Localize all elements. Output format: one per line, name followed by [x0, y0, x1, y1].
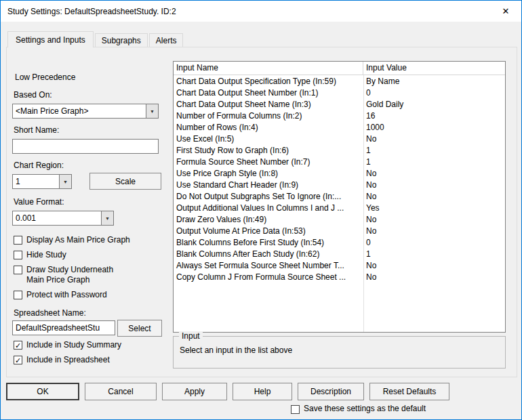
checkbox-box[interactable] [14, 356, 22, 364]
input-value-cell[interactable]: No [363, 272, 505, 282]
checkbox-row[interactable]: Draw Study Underneath Main Price Graph [14, 265, 159, 285]
checkbox-row[interactable]: Include in Study Summary [14, 340, 159, 350]
input-groupbox-title: Input [179, 331, 203, 341]
input-value-cell[interactable]: Yes [363, 203, 505, 213]
table-row[interactable]: Chart Data Output Sheet Name (In:3)Gold … [174, 98, 505, 110]
tab-subgraphs[interactable]: Subgraphs [95, 33, 148, 47]
input-value-cell[interactable]: No [363, 192, 505, 201]
apply-button[interactable]: Apply [162, 383, 227, 400]
cancel-button[interactable]: Cancel [85, 383, 157, 400]
input-value-cell[interactable]: 16 [363, 111, 505, 121]
input-value-cell[interactable]: 1 [363, 157, 505, 167]
window-title: Study Settings: DefaultSpreadsheetStudy.… [7, 7, 176, 16]
table-row[interactable]: Formula Source Sheet Number (In:7)1 [174, 156, 505, 167]
input-name-cell[interactable]: Chart Data Output Sheet Name (In:3) [174, 100, 363, 109]
table-row[interactable]: Blank Columns After Each Study (In:62)1 [174, 248, 505, 259]
input-name-cell[interactable]: Chart Data Output Sheet Number (In:1) [174, 88, 363, 98]
input-name-cell[interactable]: Blank Columns After Each Study (In:62) [174, 249, 363, 259]
column-header-input-name[interactable]: Input Name [174, 62, 363, 75]
input-value-cell[interactable]: 0 [363, 88, 505, 98]
input-name-cell[interactable]: Use Price Graph Style (In:8) [174, 169, 363, 178]
save-default-checkbox[interactable] [291, 405, 300, 414]
table-row[interactable]: Use Price Graph Style (In:8)No [174, 167, 505, 179]
input-name-cell[interactable]: Draw Zero Values (In:49) [174, 215, 363, 224]
checkbox-row[interactable]: Hide Study [14, 250, 159, 260]
input-value-cell[interactable]: No [363, 169, 505, 178]
checkbox-box[interactable] [14, 341, 22, 350]
chevron-down-icon[interactable]: ▼ [59, 175, 71, 188]
table-row[interactable]: Output Additional Values In Columns I an… [174, 202, 505, 213]
table-row[interactable]: Chart Data Output Specification Type (In… [174, 75, 505, 87]
input-name-cell[interactable]: Use Excel (In:5) [174, 134, 363, 144]
input-value-cell[interactable]: Gold Daily [363, 100, 505, 109]
checkbox-row[interactable]: Protect with Password [14, 290, 159, 300]
input-name-cell[interactable]: Copy Column J From Formula Source Sheet … [174, 272, 363, 282]
input-value-cell[interactable]: 1 [363, 249, 505, 259]
checkbox-box[interactable] [14, 291, 22, 299]
checkbox-box[interactable] [14, 251, 22, 259]
input-groupbox-message: Select an input in the list above [174, 337, 505, 355]
include-checkbox-group: Include in Study SummaryInclude in Sprea… [14, 340, 159, 370]
chart-region-label: Chart Region: [14, 161, 64, 170]
input-name-cell[interactable]: Do Not Output Subgraphs Set To Ignore (I… [174, 192, 363, 201]
help-button[interactable]: Help [233, 383, 292, 400]
input-name-cell[interactable]: Formula Source Sheet Number (In:7) [174, 157, 363, 167]
chart-region-dropdown[interactable]: 1 ▼ [12, 174, 72, 189]
input-name-cell[interactable]: Blank Columns Before First Study (In:54) [174, 238, 363, 247]
input-name-cell[interactable]: Use Standard Chart Header (In:9) [174, 180, 363, 190]
checkbox-row[interactable]: Display As Main Price Graph [14, 235, 159, 245]
input-value-cell[interactable]: No [363, 226, 505, 236]
inputs-table-header: Input Name Input Value [174, 62, 505, 75]
value-format-value: 0.001 [13, 213, 101, 223]
table-row[interactable]: First Study Row to Graph (In:6)1 [174, 144, 505, 156]
input-value-cell[interactable]: 1000 [363, 123, 505, 132]
input-value-cell[interactable]: By Name [363, 77, 505, 86]
checkbox-box[interactable] [14, 266, 22, 274]
input-name-cell[interactable]: Output Additional Values In Columns I an… [174, 203, 363, 213]
input-value-cell[interactable]: No [363, 215, 505, 224]
description-button[interactable]: Description [298, 383, 364, 400]
checkbox-row[interactable]: Include in Spreadsheet [14, 355, 159, 365]
select-button[interactable]: Select [117, 320, 162, 337]
input-name-cell[interactable]: First Study Row to Graph (In:6) [174, 146, 363, 155]
table-row[interactable]: Output Volume At Price Data (In:53)No [174, 225, 505, 236]
input-name-cell[interactable]: Number of Rows (In:4) [174, 123, 363, 132]
chevron-down-icon[interactable]: ▼ [101, 211, 113, 225]
reset-defaults-button[interactable]: Reset Defaults [369, 383, 449, 400]
checkbox-label: Hide Study [26, 250, 66, 260]
input-groupbox: Input Select an input in the list above [173, 336, 506, 369]
input-name-cell[interactable]: Always Set Formula Source Sheet Number T… [174, 261, 363, 270]
input-value-cell[interactable]: No [363, 261, 505, 270]
table-row[interactable]: Blank Columns Before First Study (In:54)… [174, 236, 505, 248]
tab-settings-and-inputs[interactable]: Settings and Inputs [7, 31, 94, 47]
table-row[interactable]: Use Standard Chart Header (In:9)No [174, 179, 505, 190]
column-header-input-value[interactable]: Input Value [363, 62, 505, 75]
input-name-cell[interactable]: Chart Data Output Specification Type (In… [174, 77, 363, 86]
input-value-cell[interactable]: No [363, 134, 505, 144]
table-row[interactable]: Use Excel (In:5)No [174, 133, 505, 144]
value-format-dropdown[interactable]: 0.001 ▼ [12, 211, 114, 226]
table-row[interactable]: Copy Column J From Formula Source Sheet … [174, 271, 505, 282]
short-name-input[interactable] [12, 139, 159, 154]
scale-button[interactable]: Scale [89, 173, 161, 190]
checkbox-box[interactable] [14, 236, 22, 245]
tab-alerts[interactable]: Alerts [149, 33, 184, 47]
input-name-cell[interactable]: Number of Formula Columns (In:2) [174, 111, 363, 121]
input-name-cell[interactable]: Output Volume At Price Data (In:53) [174, 226, 363, 236]
table-row[interactable]: Always Set Formula Source Sheet Number T… [174, 259, 505, 271]
based-on-dropdown[interactable]: <Main Price Graph> ▼ [12, 104, 159, 119]
chevron-down-icon[interactable]: ▼ [146, 104, 158, 118]
ok-button[interactable]: OK [6, 383, 79, 400]
input-value-cell[interactable]: No [363, 180, 505, 190]
table-row[interactable]: Number of Formula Columns (In:2)16 [174, 110, 505, 121]
input-value-cell[interactable]: 1 [363, 146, 505, 155]
spreadsheet-name-input[interactable] [12, 320, 115, 335]
close-icon[interactable]: ✕ [490, 1, 521, 22]
input-value-cell[interactable]: 0 [363, 238, 505, 247]
table-row[interactable]: Do Not Output Subgraphs Set To Ignore (I… [174, 190, 505, 202]
save-default-row[interactable]: Save these settings as the default [291, 404, 426, 414]
chart-region-value: 1 [13, 177, 59, 186]
table-row[interactable]: Draw Zero Values (In:49)No [174, 213, 505, 225]
table-row[interactable]: Chart Data Output Sheet Number (In:1)0 [174, 87, 505, 98]
table-row[interactable]: Number of Rows (In:4)1000 [174, 121, 505, 133]
